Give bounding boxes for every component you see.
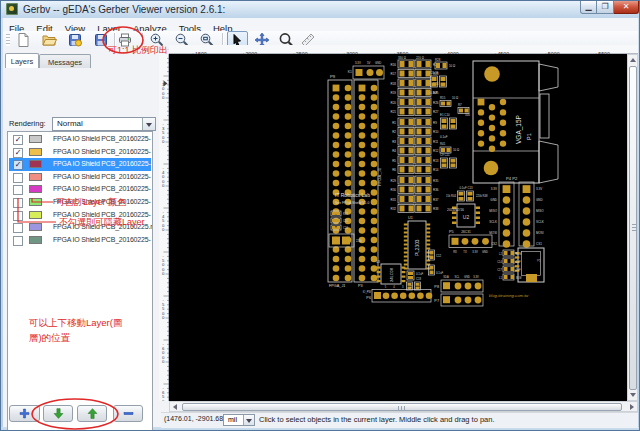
titlebar[interactable]: Gerbv -- gEDA's Gerber Viewer version 2.… — [1, 1, 640, 19]
layer-row[interactable]: ✓FPGA IO Shield PCB_20160225- — [9, 146, 151, 159]
svg-text:See FPGA Shield V1.0: See FPGA Shield V1.0 — [335, 201, 369, 205]
svg-text:R1: R1 — [392, 121, 396, 125]
maximize-button[interactable]: ❐ — [597, 1, 614, 14]
svg-text:P8: P8 — [434, 285, 439, 289]
layer-color-swatch[interactable] — [29, 211, 42, 219]
move-layer-down-button[interactable] — [43, 405, 73, 422]
svg-text:GND: GND — [482, 250, 488, 254]
svg-text:5V: 5V — [367, 61, 371, 65]
scroll-down-icon[interactable] — [630, 393, 636, 397]
layer-color-swatch[interactable] — [29, 185, 42, 193]
status-hint: Click to select objects in the current l… — [259, 415, 495, 424]
layer-label: FPGA IO Shield PCB_20160225- — [53, 183, 151, 196]
zoom-in-button[interactable] — [149, 32, 166, 49]
svg-text:-6000: -6000 — [162, 341, 165, 364]
svg-text:R11: R11 — [433, 140, 439, 144]
layer-color-swatch[interactable] — [29, 198, 42, 206]
save-as-button[interactable] — [67, 32, 84, 49]
open-folder-icon — [41, 32, 57, 48]
layer-color-swatch[interactable] — [29, 236, 42, 244]
remove-layer-button[interactable] — [113, 405, 143, 422]
svg-text:P9: P9 — [330, 74, 336, 79]
svg-text:24LC08: 24LC08 — [389, 267, 394, 282]
scroll-right-icon[interactable] — [630, 404, 634, 410]
svg-text:R30: R30 — [390, 188, 396, 192]
rendering-dropdown-button[interactable] — [142, 118, 155, 130]
tab-messages[interactable]: Messages — [39, 54, 91, 68]
layer-list[interactable]: ✓FPGA IO Shield PCB_20160225-✓FPGA IO Sh… — [7, 131, 153, 431]
layer-row[interactable]: FPGA IO Shield PCB_20160225.r — [9, 221, 151, 234]
arrow-down-icon — [52, 407, 65, 420]
save-button[interactable] — [93, 32, 110, 49]
svg-text:R3: R3 — [392, 140, 396, 144]
svg-text:P4 P2: P4 P2 — [506, 176, 518, 181]
close-button[interactable]: ✕ — [614, 1, 639, 14]
print-button[interactable] — [117, 32, 134, 49]
svg-text:SCL: SCL — [454, 275, 460, 279]
svg-text:220 Ω: 220 Ω — [416, 56, 425, 60]
layer-color-swatch[interactable] — [29, 173, 42, 181]
svg-text:R31: R31 — [390, 198, 396, 202]
svg-text:PL2303: PL2303 — [415, 239, 420, 256]
svg-text:R15: R15 — [440, 96, 446, 100]
layer-row[interactable]: FPGA IO Shield PCB_20160225- — [9, 171, 151, 184]
move-layer-up-button[interactable] — [77, 405, 107, 422]
svg-text:10 Ω: 10 Ω — [453, 148, 460, 152]
svg-text:1uF: 1uF — [516, 268, 521, 272]
toolbar-grip[interactable] — [6, 34, 10, 46]
pcb-canvas[interactable]: P9FPGA_J1K13.3V5VGNDR16R22R17R23R18R24R1… — [169, 54, 627, 401]
open-button[interactable] — [41, 32, 58, 49]
rendering-select[interactable]: Normal — [52, 117, 156, 131]
layer-visibility-checkbox[interactable] — [13, 198, 23, 208]
canvas-vscrollbar[interactable] — [627, 54, 638, 401]
layer-visibility-checkbox[interactable] — [13, 211, 23, 221]
svg-text:R19: R19 — [390, 91, 396, 95]
minimize-button[interactable]: ▁ — [580, 1, 597, 14]
layer-row[interactable]: FPGA IO Shield PCB_20160225- — [9, 183, 151, 196]
units-dropdown-button[interactable] — [243, 415, 254, 425]
app-icon — [6, 3, 18, 15]
zoom-in-icon — [149, 32, 165, 48]
new-file-button[interactable] — [15, 32, 32, 49]
layer-visibility-checkbox[interactable] — [13, 173, 23, 183]
layer-label: FPGA IO Shield PCB_20160225- — [53, 171, 151, 184]
svg-text:4: 4 — [393, 285, 395, 289]
scroll-left-icon[interactable] — [173, 404, 177, 410]
svg-text:220k R48: 220k R48 — [476, 194, 488, 198]
svg-text:C15: C15 — [343, 219, 348, 223]
rendering-value: Normal — [57, 118, 83, 130]
scrollbar-thumb[interactable] — [629, 66, 637, 390]
units-value: mil — [228, 415, 237, 425]
layer-color-swatch[interactable] — [29, 160, 42, 168]
layer-visibility-checkbox[interactable]: ✓ — [13, 148, 23, 158]
layer-color-swatch[interactable] — [29, 148, 42, 156]
svg-text:U3: U3 — [376, 260, 380, 264]
svg-text:R20: R20 — [390, 101, 396, 105]
layer-color-swatch[interactable] — [29, 223, 42, 231]
layer-row[interactable]: FPGA IO Shield PCB_20160225- — [9, 209, 151, 222]
scrollbar-thumb[interactable] — [182, 403, 622, 411]
layer-row[interactable]: ✓FPGA IO Shield PCB_20160225- — [9, 158, 151, 171]
svg-text:330 Ω: 330 Ω — [398, 56, 407, 60]
add-layer-button[interactable] — [9, 405, 40, 422]
canvas-hscrollbar[interactable] — [169, 401, 638, 412]
layer-visibility-checkbox[interactable]: ✓ — [13, 135, 23, 145]
layer-visibility-checkbox[interactable] — [13, 223, 23, 233]
svg-text:CS1: CS1 — [536, 242, 542, 246]
layer-row[interactable]: FPGA IO Shield PCB_20160225- — [9, 234, 151, 247]
svg-text:BLM: BLM — [516, 252, 521, 256]
scroll-up-icon[interactable] — [630, 58, 636, 62]
tab-layers[interactable]: Layers — [5, 53, 39, 68]
layer-visibility-checkbox[interactable] — [13, 185, 23, 195]
units-select[interactable]: mil — [223, 414, 255, 426]
svg-text:P7: P7 — [434, 299, 439, 303]
menubar: FileEditViewLayerAnalyzeToolsHelp — [3, 18, 638, 31]
layer-visibility-checkbox[interactable]: ✓ — [13, 160, 23, 170]
layer-color-swatch[interactable] — [29, 135, 42, 143]
layer-visibility-checkbox[interactable] — [13, 236, 23, 246]
svg-text:0.1uF C13: 0.1uF C13 — [459, 186, 473, 190]
svg-text:C17: C17 — [497, 268, 502, 272]
layer-row[interactable]: FPGA IO Shield PCB_20160225- — [9, 196, 151, 209]
layer-row[interactable]: ✓FPGA IO Shield PCB_20160225- — [9, 133, 151, 146]
svg-text:-3000: -3000 — [162, 77, 165, 100]
